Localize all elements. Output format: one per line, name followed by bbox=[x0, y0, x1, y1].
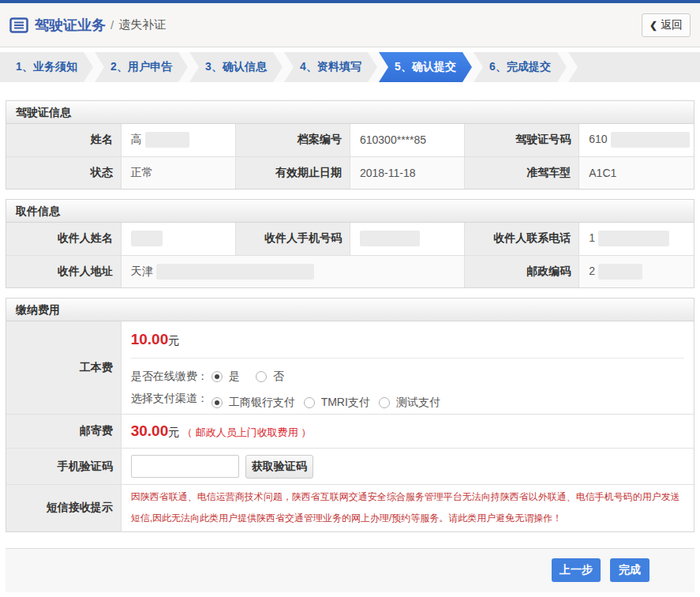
redaction-blur bbox=[598, 231, 669, 246]
chevron-left-icon: ❮ bbox=[649, 20, 657, 31]
table-row: 工本费 10.00元 是否在线缴费： 是 否 选择支付渠道： 工商银行支付 TM… bbox=[6, 321, 694, 415]
step-5-active[interactable]: 5、确认提交 bbox=[379, 52, 472, 82]
status-value: 正常 bbox=[121, 156, 235, 189]
redaction-blur bbox=[131, 231, 163, 246]
recipient-name-label: 收件人姓名 bbox=[6, 223, 121, 255]
online-pay-row: 是否在线缴费： 是 否 bbox=[131, 368, 684, 385]
table-row: 手机验证码 获取验证码 bbox=[6, 449, 694, 485]
radio-unchecked-icon[interactable] bbox=[256, 371, 267, 382]
cost-amount: 10.00 bbox=[131, 331, 169, 347]
page-subtitle: 遗失补证 bbox=[118, 17, 166, 32]
table-row: 短信接收提示 因陕西省联通、电信运营商技术问题，陕西省互联网交通安全综合服务管理… bbox=[6, 485, 694, 531]
license-info-table: 姓名 高 档案编号 610300****85 驾驶证号码 610 状态 正常 有… bbox=[6, 124, 694, 189]
page-header: 驾驶证业务 / 遗失补证 ❮ 返回 bbox=[0, 3, 700, 47]
step-4[interactable]: 4、资料填写 bbox=[284, 52, 377, 82]
sms-tip-text: 因陕西省联通、电信运营商技术问题，陕西省互联网交通安全综合服务管理平台无法向持陕… bbox=[121, 485, 694, 531]
pickup-info-section: 取件信息 收件人姓名 收件人手机号码 收件人联系电话 1 收件人地址 天津 邮政… bbox=[6, 199, 694, 288]
name-value: 高 bbox=[121, 124, 235, 156]
title-separator: / bbox=[110, 18, 114, 32]
license-info-section: 驾驶证信息 姓名 高 档案编号 610300****85 驾驶证号码 610 状… bbox=[6, 100, 694, 190]
fees-section: 缴纳费用 工本费 10.00元 是否在线缴费： 是 否 选择支付渠道： 工商银行… bbox=[6, 298, 694, 532]
step-3[interactable]: 3、确认信息 bbox=[189, 52, 283, 82]
expiry-label: 有效期止日期 bbox=[235, 156, 350, 189]
radio-checked-icon[interactable] bbox=[211, 397, 223, 408]
page-title: 驾驶证业务 bbox=[35, 16, 106, 35]
table-row: 邮寄费 30.00元 （ 邮政人员上门收取费用 ） bbox=[6, 415, 694, 449]
license-section-title: 驾驶证信息 bbox=[6, 101, 694, 124]
vehicle-class-value: A1C1 bbox=[579, 156, 694, 189]
online-pay-option-yes[interactable]: 是 bbox=[211, 370, 240, 384]
redaction-blur bbox=[145, 132, 189, 148]
fees-table: 工本费 10.00元 是否在线缴费： 是 否 选择支付渠道： 工商银行支付 TM… bbox=[6, 321, 694, 531]
redaction-blur bbox=[611, 132, 690, 148]
online-pay-label: 是否在线缴费： bbox=[131, 370, 211, 384]
license-number-value: 610 bbox=[579, 124, 694, 156]
table-row: 收件人姓名 收件人手机号码 收件人联系电话 1 bbox=[6, 223, 694, 255]
captcha-input[interactable] bbox=[131, 455, 239, 478]
main-content: 驾驶证信息 姓名 高 档案编号 610300****85 驾驶证号码 610 状… bbox=[0, 100, 700, 532]
radio-unchecked-icon[interactable] bbox=[379, 397, 390, 408]
recipient-address-label: 收件人地址 bbox=[6, 255, 121, 287]
table-row: 状态 正常 有效期止日期 2018-11-18 准驾车型 A1C1 bbox=[6, 156, 694, 189]
back-button[interactable]: ❮ 返回 bbox=[642, 13, 691, 37]
postage-label: 邮寄费 bbox=[6, 415, 121, 449]
step-bar-filler bbox=[568, 52, 700, 82]
table-row: 收件人地址 天津 邮政编码 2 bbox=[6, 255, 694, 287]
pickup-section-title: 取件信息 bbox=[6, 200, 694, 223]
pay-channel-option-icbc[interactable]: 工商银行支付 bbox=[211, 396, 295, 410]
recipient-mobile-label: 收件人手机号码 bbox=[235, 223, 350, 255]
sms-tip-label: 短信接收提示 bbox=[6, 485, 121, 531]
cost-unit: 元 bbox=[168, 334, 179, 347]
captcha-cell: 获取验证码 bbox=[121, 449, 694, 485]
zip-code-value: 2 bbox=[579, 255, 694, 287]
recipient-mobile-value bbox=[350, 223, 464, 255]
footer-bar: 上一步 完成 bbox=[6, 548, 694, 592]
radio-checked-icon[interactable] bbox=[211, 371, 223, 382]
online-pay-option-no[interactable]: 否 bbox=[256, 370, 284, 384]
pickup-info-table: 收件人姓名 收件人手机号码 收件人联系电话 1 收件人地址 天津 邮政编码 2 bbox=[6, 223, 694, 287]
redaction-blur bbox=[598, 264, 642, 280]
pay-channel-row: 选择支付渠道： 工商银行支付 TMRI支付 测试支付 bbox=[131, 390, 684, 407]
file-number-label: 档案编号 bbox=[235, 124, 350, 156]
postage-unit: 元 bbox=[168, 426, 179, 438]
finish-button[interactable]: 完成 bbox=[610, 558, 649, 582]
pay-channel-option-test[interactable]: 测试支付 bbox=[379, 396, 440, 410]
recipient-address-value: 天津 bbox=[121, 255, 464, 287]
step-2[interactable]: 2、用户申告 bbox=[95, 52, 188, 82]
cost-amount-line: 10.00元 bbox=[131, 331, 684, 348]
cost-value-cell: 10.00元 是否在线缴费： 是 否 选择支付渠道： 工商银行支付 TMRI支付… bbox=[121, 321, 694, 415]
expiry-value: 2018-11-18 bbox=[350, 156, 464, 189]
recipient-phone-value: 1 bbox=[579, 223, 694, 255]
name-label: 姓名 bbox=[6, 124, 121, 156]
file-number-value: 610300****85 bbox=[350, 124, 464, 156]
postage-note: （ 邮政人员上门收取费用 ） bbox=[182, 426, 311, 438]
get-captcha-button[interactable]: 获取验证码 bbox=[245, 455, 313, 479]
step-bar: 1、业务须知 2、用户申告 3、确认信息 4、资料填写 5、确认提交 6、完成提… bbox=[0, 52, 700, 82]
table-row: 姓名 高 档案编号 610300****85 驾驶证号码 610 bbox=[6, 124, 694, 156]
status-label: 状态 bbox=[6, 156, 121, 189]
recipient-phone-label: 收件人联系电话 bbox=[465, 223, 579, 255]
divider bbox=[131, 358, 684, 359]
vehicle-class-label: 准驾车型 bbox=[465, 156, 579, 189]
pay-channel-option-tmri[interactable]: TMRI支付 bbox=[304, 396, 370, 410]
cost-label: 工本费 bbox=[6, 321, 121, 415]
recipient-name-value bbox=[121, 223, 235, 255]
captcha-label: 手机验证码 bbox=[6, 449, 121, 485]
back-button-label: 返回 bbox=[661, 18, 683, 32]
redaction-blur bbox=[360, 231, 420, 246]
fees-section-title: 缴纳费用 bbox=[6, 298, 694, 321]
step-1[interactable]: 1、业务须知 bbox=[0, 52, 93, 82]
pay-channel-label: 选择支付渠道： bbox=[131, 392, 211, 406]
postage-amount: 30.00 bbox=[131, 422, 169, 439]
step-6[interactable]: 6、完成提交 bbox=[474, 52, 567, 82]
previous-step-button[interactable]: 上一步 bbox=[552, 558, 601, 582]
redaction-blur bbox=[156, 264, 314, 280]
license-number-label: 驾驶证号码 bbox=[465, 124, 579, 156]
list-icon bbox=[9, 17, 28, 33]
radio-unchecked-icon[interactable] bbox=[304, 397, 315, 408]
postage-value-cell: 30.00元 （ 邮政人员上门收取费用 ） bbox=[121, 415, 694, 449]
zip-code-label: 邮政编码 bbox=[465, 255, 579, 287]
